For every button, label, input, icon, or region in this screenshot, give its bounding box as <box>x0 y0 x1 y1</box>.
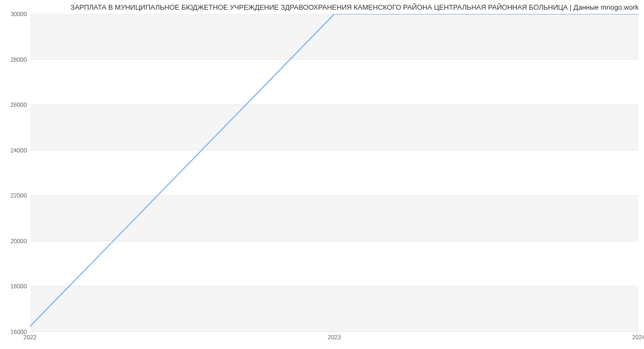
svg-rect-1 <box>30 195 639 241</box>
chart-title: ЗАРПЛАТА В МУНИЦИПАЛЬНОЕ БЮДЖЕТНОЕ УЧРЕЖ… <box>70 3 639 11</box>
line-series-salary[interactable] <box>30 14 639 326</box>
y-tick-label: 18000 <box>3 283 27 289</box>
svg-rect-2 <box>30 105 639 150</box>
x-tick-label: 2023 <box>328 334 341 340</box>
x-tick-label: 2022 <box>24 334 36 340</box>
salary-chart: ЗАРПЛАТА В МУНИЦИПАЛЬНОЕ БЮДЖЕТНОЕ УЧРЕЖ… <box>0 0 644 349</box>
y-tick-label: 30000 <box>3 11 27 17</box>
chart-svg <box>30 14 639 332</box>
svg-rect-0 <box>30 286 639 332</box>
svg-rect-3 <box>30 14 639 60</box>
x-tick-label: 2024 <box>632 334 644 340</box>
y-tick-label: 22000 <box>3 192 27 199</box>
y-tick-label: 26000 <box>3 101 27 108</box>
y-tick-label: 20000 <box>3 238 27 244</box>
y-tick-label: 24000 <box>3 147 27 154</box>
plot-area[interactable] <box>30 14 639 332</box>
y-tick-label: 28000 <box>3 56 27 63</box>
